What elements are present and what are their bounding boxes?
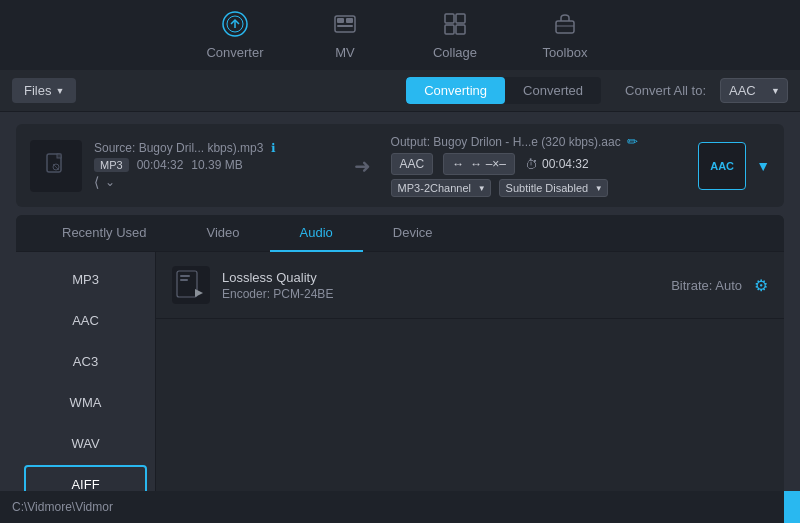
bottom-bar: C:\Vidmore\Vidmor: [0, 491, 800, 523]
file-size: 10.39 MB: [191, 158, 242, 172]
duration-box: ⏱ 00:04:32: [525, 157, 589, 172]
nav-converter-label: Converter: [206, 45, 263, 60]
format-panel: Recently Used Video Audio Device MP3 AAC…: [16, 215, 784, 523]
output-path: C:\Vidmore\Vidmor: [12, 500, 113, 514]
converter-icon: [222, 11, 248, 41]
convert-all-select-wrap: AAC MP3 FLAC: [714, 78, 788, 103]
nav-toolbox[interactable]: Toolbox: [510, 0, 620, 70]
svg-rect-8: [445, 25, 454, 34]
nav-mv[interactable]: MV: [290, 0, 400, 70]
convert-button[interactable]: [784, 491, 800, 523]
quality-title: Lossless Quality: [222, 270, 659, 285]
svg-rect-6: [445, 14, 454, 23]
nav-collage-label: Collage: [433, 45, 477, 60]
format-item-wav[interactable]: WAV: [24, 424, 147, 463]
expand-output-btn[interactable]: ▼: [756, 158, 770, 174]
svg-rect-5: [337, 25, 353, 27]
svg-rect-4: [346, 18, 353, 23]
format-list: MP3 AAC AC3 WMA WAV AIFF FLAC: [16, 252, 156, 523]
file-row: Source: Bugoy Dril... kbps).mp3 ℹ MP3 00…: [16, 124, 784, 207]
main-content: Source: Bugoy Dril... kbps).mp3 ℹ MP3 00…: [0, 112, 800, 523]
collage-icon: [442, 11, 468, 41]
file-duration: 00:04:32: [137, 158, 184, 172]
format-item-wma[interactable]: WMA: [24, 383, 147, 422]
channel-select[interactable]: MP3-2Channel Stereo Mono: [391, 179, 491, 197]
tab-converting[interactable]: Converting: [406, 77, 505, 104]
format-item-mp3[interactable]: MP3: [24, 260, 147, 299]
files-dropdown-icon: ▼: [55, 86, 64, 96]
quality-row: Lossless Quality Encoder: PCM-24BE Bitra…: [156, 252, 784, 319]
file-source: Source: Bugoy Dril... kbps).mp3 ℹ: [94, 141, 334, 155]
format-body: MP3 AAC AC3 WMA WAV AIFF FLAC: [16, 252, 784, 523]
quality-encoder: Encoder: PCM-24BE: [222, 287, 659, 301]
quality-icon: [172, 266, 210, 304]
convert-all-select[interactable]: AAC MP3 FLAC: [720, 78, 788, 103]
clock-icon: ⏱: [525, 157, 538, 172]
file-thumbnail: [30, 140, 82, 192]
resolution-box: ↔ ↔ –×–: [443, 153, 515, 175]
subtitle-select-wrap: Subtitle Disabled Subtitle Enabled: [499, 179, 608, 197]
file-actions: ⟨ ⌄: [94, 174, 334, 190]
svg-rect-17: [180, 279, 188, 281]
quality-bitrate: Bitrate: Auto: [671, 278, 742, 293]
channel-select-wrap: MP3-2Channel Stereo Mono: [391, 179, 491, 197]
tab-converted[interactable]: Converted: [505, 77, 601, 104]
file-meta: MP3 00:04:32 10.39 MB: [94, 158, 334, 172]
quality-settings-icon[interactable]: ⚙: [754, 276, 768, 295]
arrows-icon: ↔: [452, 157, 464, 171]
format-details: Lossless Quality Encoder: PCM-24BE Bitra…: [156, 252, 784, 523]
expand-icon[interactable]: ⌄: [105, 175, 115, 189]
output-section: Output: Bugoy Drilon - H...e (320 kbps).…: [391, 134, 679, 197]
subtitle-select[interactable]: Subtitle Disabled Subtitle Enabled: [499, 179, 608, 197]
nav-mv-label: MV: [335, 45, 355, 60]
svg-rect-13: [57, 154, 61, 158]
convert-tab-group: Converting Converted: [406, 77, 601, 104]
ctrl-row: MP3-2Channel Stereo Mono Subtitle Disabl…: [391, 179, 679, 197]
nav-collage[interactable]: Collage: [400, 0, 510, 70]
source-info-icon[interactable]: ℹ: [271, 141, 276, 155]
svg-rect-16: [180, 275, 190, 277]
tab-video[interactable]: Video: [177, 215, 270, 252]
convert-arrow-icon: ➜: [354, 154, 371, 178]
nav-converter[interactable]: Converter: [180, 0, 290, 70]
source-format-badge: MP3: [94, 158, 129, 172]
toolbox-icon: [552, 11, 578, 41]
rewind-icon[interactable]: ⟨: [94, 174, 99, 190]
codec-box: AAC: [391, 153, 434, 175]
format-tabs: Recently Used Video Audio Device: [16, 215, 784, 252]
file-info: Source: Bugoy Dril... kbps).mp3 ℹ MP3 00…: [94, 141, 334, 190]
tab-recently-used[interactable]: Recently Used: [32, 215, 177, 252]
output-format-badge: AAC: [698, 142, 746, 190]
nav-toolbox-label: Toolbox: [543, 45, 588, 60]
files-button-label: Files: [24, 83, 51, 98]
svg-rect-3: [337, 18, 344, 23]
files-button[interactable]: Files ▼: [12, 78, 76, 103]
format-item-ac3[interactable]: AC3: [24, 342, 147, 381]
svg-rect-10: [556, 21, 574, 33]
svg-rect-9: [456, 25, 465, 34]
quality-info: Lossless Quality Encoder: PCM-24BE: [222, 270, 659, 301]
convert-all-label: Convert All to:: [625, 83, 706, 98]
format-item-aac[interactable]: AAC: [24, 301, 147, 340]
tab-audio[interactable]: Audio: [270, 215, 363, 252]
output-controls: AAC ↔ ↔ –×– ⏱ 00:04:32: [391, 153, 679, 175]
sub-toolbar: Files ▼ Converting Converted Convert All…: [0, 70, 800, 112]
output-source: Output: Bugoy Drilon - H...e (320 kbps).…: [391, 134, 679, 149]
tab-device[interactable]: Device: [363, 215, 463, 252]
svg-rect-7: [456, 14, 465, 23]
svg-rect-15: [177, 271, 197, 297]
output-edit-icon[interactable]: ✏: [627, 134, 638, 149]
top-nav: Converter MV Collage: [0, 0, 800, 70]
mv-icon: [332, 11, 358, 41]
